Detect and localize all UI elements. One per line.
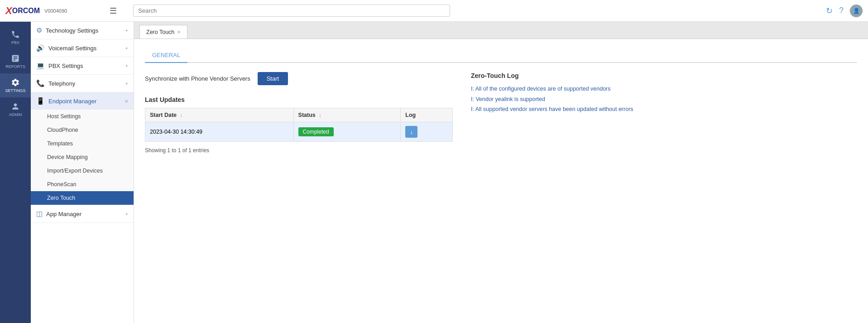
nav-icons: ↻ ? 👤 [826, 5, 863, 17]
tab-close-icon[interactable]: × [177, 29, 181, 35]
host-settings-label: Host Settings [47, 113, 81, 120]
import-export-label: Import/Export Devices [47, 168, 103, 174]
download-button[interactable]: ↓ [405, 126, 417, 138]
voicemail-settings-label: Voicemail Settings [48, 45, 96, 52]
refresh-icon[interactable]: ↻ [826, 6, 833, 16]
table-row[interactable]: 2023-04-30 14:30:49 Completed ↓ [145, 122, 453, 142]
sort-status-icon[interactable]: ↕ [319, 112, 321, 118]
main-layout: PBX REPORTS SETTINGS ADMIN ⚙ Technology … [0, 22, 868, 323]
logo-area: XORCOM V0004090 [5, 5, 110, 17]
sidebar-admin-label: ADMIN [9, 112, 22, 117]
section-tab-bar: GENERAL [145, 48, 857, 63]
zero-touch-label: Zero Touch [47, 195, 75, 201]
sidebar-item-reports[interactable]: REPORTS [0, 49, 31, 73]
menu-item-app-manager[interactable]: ◫ App Manager + [31, 205, 134, 222]
log-entry-2: I: All supported vendor servers have bee… [471, 104, 633, 115]
cell-start-date: 2023-04-30 14:30:49 [145, 122, 294, 142]
cell-status: Completed [293, 122, 401, 142]
menu-section-app-manager: ◫ App Manager + [31, 205, 134, 223]
user-avatar[interactable]: 👤 [850, 5, 863, 17]
cell-log: ↓ [401, 122, 453, 142]
col-status[interactable]: Status ↕ [293, 108, 401, 122]
col-log-label: Log [405, 112, 416, 118]
telephony-icon: 📞 [36, 79, 45, 87]
showing-entries-text: Showing 1 to 1 of 1 entries [145, 147, 453, 154]
voicemail-settings-plus[interactable]: + [125, 45, 128, 51]
technology-settings-plus[interactable]: + [125, 28, 128, 33]
menu-item-endpoint-manager[interactable]: 📱 Endpoint Manager × [31, 92, 134, 110]
sidebar-reports-label: REPORTS [5, 64, 25, 69]
tab-zero-touch[interactable]: Zero Touch × [139, 25, 187, 39]
endpoint-manager-label: Endpoint Manager [48, 98, 96, 105]
help-icon[interactable]: ? [839, 6, 844, 15]
sidebar-pbx-label: PBX [11, 40, 19, 45]
phonescan-label: PhoneScan [47, 181, 77, 188]
content-columns: Synchronize with Phone Vendor Servers St… [145, 72, 857, 154]
left-menu: ⚙ Technology Settings + 🔊 Voicemail Sett… [31, 22, 134, 323]
sidebar-icons: PBX REPORTS SETTINGS ADMIN [0, 22, 31, 323]
col-log: Log [401, 108, 453, 122]
pbx-settings-plus[interactable]: + [125, 63, 128, 68]
tab-bar: Zero Touch × [134, 22, 868, 39]
sidebar-item-settings[interactable]: SETTINGS [0, 73, 31, 97]
menu-item-technology-settings[interactable]: ⚙ Technology Settings + [31, 22, 134, 39]
sidebar-item-device-mapping[interactable]: Device Mapping [31, 150, 134, 164]
sidebar-item-host-settings[interactable]: Host Settings [31, 110, 134, 123]
technology-settings-label: Technology Settings [46, 27, 98, 34]
sidebar-item-cloudphone[interactable]: CloudPhone [31, 123, 134, 137]
templates-label: Templates [47, 140, 73, 147]
start-button[interactable]: Start [258, 72, 288, 85]
logo-x: X [5, 5, 12, 17]
menu-item-telephony[interactable]: 📞 Telephony + [31, 75, 134, 92]
menu-section-pbx: 💻 PBX Settings + [31, 57, 134, 75]
col-status-label: Status [298, 112, 316, 118]
endpoint-close-icon[interactable]: × [125, 98, 128, 105]
content-right: Zero-Touch Log I: All of the configured … [471, 72, 633, 154]
menu-section-voicemail: 🔊 Voicemail Settings + [31, 39, 134, 57]
app-manager-plus[interactable]: + [125, 211, 128, 217]
sidebar-item-zero-touch[interactable]: Zero Touch [31, 191, 134, 205]
menu-item-pbx-settings[interactable]: 💻 PBX Settings + [31, 57, 134, 74]
logo: XORCOM [5, 5, 40, 17]
sync-row: Synchronize with Phone Vendor Servers St… [145, 72, 453, 85]
sort-start-date-icon[interactable]: ↕ [180, 112, 183, 118]
log-entry-1: I: Vendor yealink is supported [471, 94, 633, 105]
menu-item-voicemail-settings[interactable]: 🔊 Voicemail Settings + [31, 39, 134, 57]
sidebar-item-admin[interactable]: ADMIN [0, 97, 31, 121]
logo-version: V0004090 [44, 8, 67, 14]
col-start-date[interactable]: Start Date ↕ [145, 108, 294, 122]
cloudphone-label: CloudPhone [47, 127, 78, 133]
tab-general[interactable]: GENERAL [145, 48, 187, 63]
menu-section-telephony: 📞 Telephony + [31, 75, 134, 92]
col-start-date-label: Start Date [150, 112, 177, 118]
sidebar-item-import-export[interactable]: Import/Export Devices [31, 164, 134, 178]
sidebar-item-pbx[interactable]: PBX [0, 25, 31, 49]
endpoint-sub-items: Host Settings CloudPhone Templates Devic… [31, 110, 134, 205]
page-content: GENERAL Synchronize with Phone Vendor Se… [134, 39, 868, 323]
hamburger-menu[interactable]: ☰ [110, 6, 117, 16]
sidebar-item-templates[interactable]: Templates [31, 137, 134, 150]
app-manager-icon: ◫ [36, 210, 43, 218]
menu-section-endpoint: 📱 Endpoint Manager × Host Settings Cloud… [31, 92, 134, 205]
search-input[interactable] [133, 5, 450, 17]
voicemail-icon: 🔊 [36, 44, 45, 52]
technology-settings-icon: ⚙ [36, 26, 42, 34]
telephony-plus[interactable]: + [125, 81, 128, 86]
sidebar-settings-label: SETTINGS [5, 88, 25, 93]
pbx-settings-label: PBX Settings [48, 63, 83, 69]
app-manager-label: App Manager [46, 211, 82, 217]
content-area: Zero Touch × GENERAL Synchronize with Ph… [134, 22, 868, 323]
sync-label: Synchronize with Phone Vendor Servers [145, 75, 250, 82]
sidebar-item-phonescan[interactable]: PhoneScan [31, 178, 134, 191]
top-nav: XORCOM V0004090 ☰ ↻ ? 👤 [0, 0, 868, 22]
endpoint-icon: 📱 [36, 97, 45, 105]
telephony-label: Telephony [48, 80, 75, 87]
status-badge: Completed [298, 127, 334, 136]
device-mapping-label: Device Mapping [47, 154, 88, 160]
pbx-settings-icon: 💻 [36, 62, 45, 70]
last-updates-title: Last Updates [145, 96, 453, 103]
zero-touch-log-title: Zero-Touch Log [471, 72, 633, 79]
content-left: Synchronize with Phone Vendor Servers St… [145, 72, 453, 154]
last-updates-table: Start Date ↕ Status ↕ Log [145, 108, 453, 142]
menu-section-technology: ⚙ Technology Settings + [31, 22, 134, 39]
